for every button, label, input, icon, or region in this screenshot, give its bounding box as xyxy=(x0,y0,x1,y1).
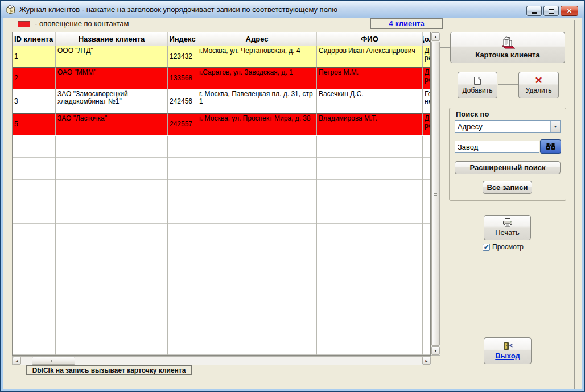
close-icon: ✕ xyxy=(567,6,572,15)
legend-label: - оповещение по контактам xyxy=(35,19,129,28)
chevron-down-icon: ▼ xyxy=(554,125,558,129)
table-row[interactable]: 5 ЗАО "Ласточка" 242557 г. Москва, ул. П… xyxy=(13,114,430,135)
bevel-line xyxy=(440,47,450,48)
up-arrow-icon: ▲ xyxy=(434,35,438,39)
all-records-button[interactable]: Все записи xyxy=(483,181,532,194)
title-bar[interactable]: Журнал клиентов - нажатие на заголовок у… xyxy=(1,1,584,18)
grid-line xyxy=(422,136,423,355)
close-button[interactable]: ✕ xyxy=(561,6,578,16)
grid-line xyxy=(167,136,168,355)
dropdown-button[interactable]: ▼ xyxy=(550,121,560,132)
column-header-index[interactable]: Индекс xyxy=(168,32,197,46)
cell-name: ЗАО "Ласточка" xyxy=(56,114,168,135)
add-label: Добавить xyxy=(462,86,492,94)
table-row[interactable]: 1 ООО "ЛТД" 123432 г.Москва, ул. Чертано… xyxy=(13,46,430,68)
app-icon xyxy=(6,5,16,14)
binoculars-icon xyxy=(545,143,556,150)
find-button[interactable] xyxy=(540,139,561,154)
vertical-scrollbar-thumb[interactable] xyxy=(431,42,440,346)
column-header-address[interactable]: Адрес xyxy=(197,32,317,46)
exit-button[interactable]: Выход xyxy=(484,337,532,364)
column-header-position[interactable]: Дол xyxy=(423,32,430,46)
preview-checkbox[interactable]: ✔ xyxy=(483,244,490,251)
add-button[interactable]: Добавить xyxy=(458,72,497,98)
client-card-button[interactable]: Карточка клиента xyxy=(450,32,565,63)
right-arrow-icon: ► xyxy=(425,359,429,363)
bevel-line xyxy=(498,84,518,85)
maximize-icon xyxy=(549,9,554,14)
cell-id: 1 xyxy=(13,46,56,68)
cell-position: Ге не xyxy=(423,89,430,114)
cell-position: Ди ре xyxy=(423,114,430,135)
cell-id: 3 xyxy=(13,89,56,114)
grid-line xyxy=(197,136,197,355)
down-arrow-icon: ▼ xyxy=(434,349,438,353)
cell-index: 242557 xyxy=(168,114,197,135)
cell-position: Ди ре xyxy=(423,68,430,89)
cell-address: г.Москва, ул. Чертановская, д. 4 xyxy=(197,46,317,68)
cell-id: 5 xyxy=(13,114,56,135)
vertical-scrollbar[interactable]: ▲ ▼ xyxy=(431,32,440,356)
column-header-fio[interactable]: ФИО xyxy=(317,32,423,46)
search-field-value: Адресу xyxy=(455,122,550,131)
client-card-icon xyxy=(500,36,516,49)
horizontal-scrollbar-thumb[interactable] xyxy=(32,357,75,365)
cell-fio: Петров М.М. xyxy=(317,68,423,89)
preview-option[interactable]: ✔ Просмотр xyxy=(483,243,524,251)
column-header-id[interactable]: ID клиента xyxy=(13,32,56,46)
search-field-select[interactable]: Адресу ▼ xyxy=(455,120,561,133)
cell-name: ООО "ЛТД" xyxy=(56,46,168,68)
printer-icon xyxy=(502,218,513,227)
table-header-row: ID клиента Название клиента Индекс Адрес… xyxy=(13,32,430,46)
delete-x-icon: ✕ xyxy=(534,76,542,85)
table-empty-rows xyxy=(13,136,430,355)
cell-address: г.Саратов, ул. Заводская, д. 1 xyxy=(197,68,317,89)
scrollbar-grip-icon xyxy=(434,192,437,196)
minimize-button[interactable] xyxy=(526,6,542,16)
left-arrow-icon: ◄ xyxy=(15,359,19,363)
clients-table: ID клиента Название клиента Индекс Адрес… xyxy=(12,32,431,356)
table-row[interactable]: 3 ЗАО "Замоскворецкий хладокомбинат №1" … xyxy=(13,89,430,114)
table-row[interactable]: 2 ОАО "МММ" 133568 г.Саратов, ул. Заводс… xyxy=(13,68,430,89)
cell-position: Ди ре xyxy=(423,46,430,68)
advanced-search-button[interactable]: Расширенный поиск xyxy=(455,161,561,174)
scroll-down-button[interactable]: ▼ xyxy=(431,346,440,355)
all-records-label: Все записи xyxy=(487,183,528,192)
client-card-label: Карточка клиента xyxy=(475,51,539,59)
cell-index: 123432 xyxy=(168,46,197,68)
scroll-right-button[interactable]: ► xyxy=(422,357,431,365)
cell-address: г. Москва, Павелецкая пл. д. 31, стр 1 xyxy=(197,89,317,114)
search-input[interactable] xyxy=(455,141,539,153)
advanced-search-label: Расширенный поиск xyxy=(470,163,546,172)
new-document-icon xyxy=(473,76,481,85)
delete-button[interactable]: ✕ Удалить xyxy=(518,72,559,98)
grid-line xyxy=(316,136,317,355)
client-count-badge: 4 клиента xyxy=(370,18,443,29)
exit-door-icon xyxy=(503,341,513,350)
alert-color-swatch xyxy=(18,21,30,27)
cell-address: г. Москва, ул. Проспект Мира, д. 38 xyxy=(197,114,317,135)
cell-name: ЗАО "Замоскворецкий хладокомбинат №1" xyxy=(56,89,168,114)
app-window: Журнал клиентов - нажатие на заголовок у… xyxy=(0,0,585,392)
scroll-left-button[interactable]: ◄ xyxy=(13,357,21,365)
cell-name: ОАО "МММ" xyxy=(56,68,168,89)
delete-label: Удалить xyxy=(526,86,552,94)
print-label: Печать xyxy=(495,228,520,237)
scroll-up-button[interactable]: ▲ xyxy=(431,32,440,41)
cell-fio: Сидоров Иван Александрович xyxy=(317,46,423,68)
print-button[interactable]: Печать xyxy=(484,215,531,240)
exit-label: Выход xyxy=(495,352,520,360)
maximize-button[interactable] xyxy=(543,6,559,16)
cell-index: 133568 xyxy=(168,68,197,89)
checkmark-icon: ✔ xyxy=(484,244,489,250)
bevel-line xyxy=(574,20,575,389)
cell-fio: Владимирова М.Т. xyxy=(317,114,423,135)
minimize-icon xyxy=(532,12,537,14)
cell-id: 2 xyxy=(13,68,56,89)
horizontal-scrollbar[interactable]: ◄ ► xyxy=(12,356,431,365)
cell-fio: Васечкин Д.С. xyxy=(317,89,423,114)
preview-label: Просмотр xyxy=(492,243,524,251)
column-header-name[interactable]: Название клиента xyxy=(56,32,168,46)
double-click-hint: DblClk на запись вызывает карточку клиен… xyxy=(26,365,192,375)
search-group-label: Поиск по xyxy=(456,110,489,118)
